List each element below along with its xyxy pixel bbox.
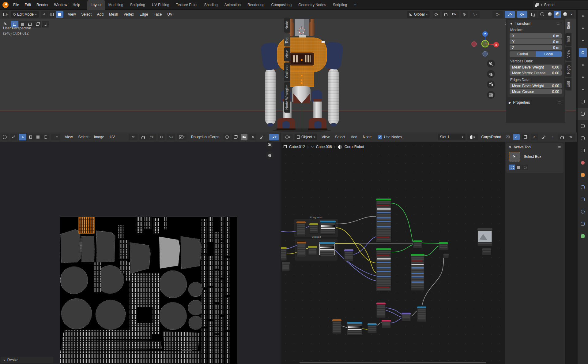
node-link-yellow[interactable] xyxy=(336,228,376,263)
node-link-gray[interactable] xyxy=(422,255,444,307)
viewport-menu-uv[interactable]: UV xyxy=(164,11,175,18)
snap-magnet-button[interactable] xyxy=(442,11,449,18)
edge-data-row-mean-bevel-weight[interactable]: Mean Bevel Weight0.00 xyxy=(510,83,562,88)
shader-node-converter[interactable] xyxy=(320,221,336,234)
uv-island[interactable] xyxy=(60,351,201,364)
properties-tab-modifiers[interactable] xyxy=(578,181,588,193)
workspace-tab-rendering[interactable]: Rendering xyxy=(244,0,268,10)
uv-island[interactable] xyxy=(188,300,203,315)
uv-island[interactable] xyxy=(137,217,143,233)
uv-island[interactable] xyxy=(202,290,206,327)
shading-wireframe-button[interactable] xyxy=(538,11,546,18)
node-graph-area[interactable]: RoughnessChipped xyxy=(281,142,505,364)
uv-island[interactable] xyxy=(225,217,230,256)
uv-gizmo-button[interactable]: ▾ xyxy=(269,134,279,140)
uv-island[interactable] xyxy=(61,299,92,329)
camera-view-button[interactable] xyxy=(487,80,495,88)
uv-island[interactable] xyxy=(130,273,160,334)
sidebar-tab-tool[interactable]: Tool xyxy=(565,33,571,46)
node-link-gray[interactable] xyxy=(336,216,376,224)
uv-falloff-button[interactable]: ∿▾ xyxy=(167,134,175,140)
uv-island[interactable] xyxy=(220,317,224,364)
uv-island[interactable] xyxy=(130,242,151,273)
shader-node-color[interactable] xyxy=(281,247,287,261)
uv-zoom-button[interactable] xyxy=(266,141,273,149)
menu-render[interactable]: Render xyxy=(34,1,51,9)
workspace-tab-scripting[interactable]: Scripting xyxy=(330,0,351,10)
sidebar-tab-view[interactable]: View xyxy=(565,47,571,61)
node-graph-canvas[interactable]: RoughnessChipped xyxy=(281,142,505,364)
properties-tab-physics[interactable] xyxy=(578,206,588,218)
vertex-data-row-mean-vertex-crease[interactable]: Mean Vertex Crease0.00 xyxy=(510,70,562,76)
shader-node-color[interactable] xyxy=(309,223,318,233)
transform-panel-header[interactable]: ▼ Transform xyxy=(510,21,531,26)
select-box-tool-icon[interactable] xyxy=(509,152,520,162)
sidebar-tab-item[interactable]: Item xyxy=(565,19,571,32)
shader-node-converter[interactable] xyxy=(368,323,377,333)
shader-node-shader[interactable] xyxy=(413,240,422,248)
properties-tab-object[interactable] xyxy=(578,169,588,181)
shader-node-texture[interactable] xyxy=(297,242,306,257)
node-link-yellow[interactable] xyxy=(335,243,376,273)
uv-island[interactable] xyxy=(94,262,101,292)
gizmo-y-axis[interactable] xyxy=(482,40,488,47)
node-sidebar-tab-options[interactable]: Options xyxy=(284,62,290,81)
drag-grip-icon[interactable] xyxy=(558,101,563,104)
pin-icon[interactable] xyxy=(258,134,265,140)
unlink-image-button[interactable]: × xyxy=(249,134,256,140)
shader-node-texture[interactable] xyxy=(332,319,341,334)
breadcrumb-item[interactable]: Cube.012 xyxy=(289,145,305,149)
uv-island[interactable] xyxy=(225,258,230,295)
uv-island[interactable] xyxy=(164,217,167,229)
uv-menu-image[interactable]: Image xyxy=(91,133,107,141)
uv-island[interactable] xyxy=(202,219,207,253)
shader-node-dark[interactable] xyxy=(282,262,290,271)
sidebar-tab-edit[interactable]: Edit xyxy=(565,78,571,91)
snap-target-button[interactable]: ▾ xyxy=(450,11,459,18)
uv-island[interactable] xyxy=(137,307,153,323)
uv-menu-view[interactable]: View xyxy=(62,133,76,141)
workspace-tab-compositing[interactable]: Compositing xyxy=(268,0,295,10)
orthographic-toggle-button[interactable] xyxy=(487,91,495,99)
properties-tab-dot[interactable] xyxy=(578,10,588,22)
workspace-tab-texture-paint[interactable]: Texture Paint xyxy=(173,0,201,10)
proportional-falloff-button[interactable]: ∿▾ xyxy=(470,11,480,18)
uv-select-island-button[interactable] xyxy=(42,134,49,140)
breadcrumb-item[interactable]: CorpsRobot xyxy=(345,145,364,149)
node-link-green[interactable] xyxy=(391,203,413,242)
node-link-purple[interactable] xyxy=(335,250,376,281)
navigation-gizmo[interactable]: Z X xyxy=(472,31,499,56)
uv-select-vertex-button[interactable] xyxy=(19,134,26,140)
editor-type-uv-icon[interactable]: ▾ xyxy=(2,134,9,140)
uv-select-face-button[interactable] xyxy=(34,134,42,140)
shader-node-converter[interactable] xyxy=(319,242,335,255)
shader-node-color[interactable] xyxy=(308,246,317,255)
workspace-tab-+[interactable]: + xyxy=(351,0,360,10)
sidebar-tab-rigify[interactable]: Rigify xyxy=(565,62,571,77)
shader-node-vector[interactable] xyxy=(401,313,411,321)
uv-island[interactable] xyxy=(153,218,159,234)
copy-material-button[interactable] xyxy=(522,134,529,140)
drag-grip-icon[interactable] xyxy=(557,22,562,25)
uv-island[interactable] xyxy=(96,231,115,262)
uv-island[interactable] xyxy=(163,331,200,350)
shader-node-dark[interactable] xyxy=(477,228,492,246)
unlink-material-button[interactable]: × xyxy=(531,134,538,140)
go-to-parent-node-tree-button[interactable]: ↑ xyxy=(549,134,556,140)
node-link-green[interactable] xyxy=(424,246,439,256)
editor-type-3d-icon[interactable]: ▾ xyxy=(2,11,9,18)
shader-node-input[interactable] xyxy=(382,320,391,328)
viewport-menu-select[interactable]: Select xyxy=(78,11,94,18)
uv-island[interactable] xyxy=(96,300,126,330)
uv-island[interactable] xyxy=(208,288,213,319)
properties-tab-constraints[interactable] xyxy=(578,218,588,230)
proportional-editing-button[interactable] xyxy=(461,11,468,18)
gizmo-z-neg-axis[interactable] xyxy=(483,51,488,56)
node-link-purple[interactable] xyxy=(353,237,376,254)
viewport-menu-edge[interactable]: Edge xyxy=(137,11,151,18)
mode-selector[interactable]: Edit Mode ▾ xyxy=(11,11,39,18)
select-extend-button[interactable] xyxy=(515,165,522,170)
viewport-menu-view[interactable]: View xyxy=(65,11,79,18)
workspace-tab-uv-editing[interactable]: UV Editing xyxy=(149,0,173,10)
uv-select-edge-button[interactable] xyxy=(27,134,34,140)
